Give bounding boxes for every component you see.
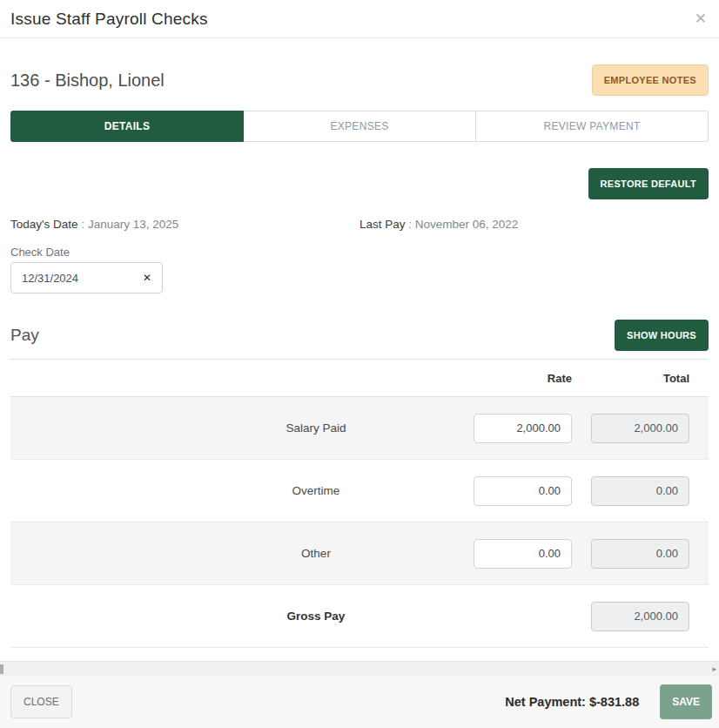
- scrollbar-thumb[interactable]: [0, 664, 3, 674]
- table-row-other: Other: [10, 522, 709, 585]
- modal-footer: CLOSE Net Payment: $-831.88 SAVE: [0, 676, 719, 728]
- check-date-input[interactable]: [22, 272, 136, 285]
- horizontal-scrollbar[interactable]: ▸: [0, 661, 719, 676]
- pay-rows: Salary Paid Overtime Other: [10, 396, 709, 648]
- modal-title: Issue Staff Payroll Checks: [10, 10, 208, 29]
- net-payment-text: Net Payment: $-831.88: [505, 695, 639, 709]
- tab-bar: DETAILS EXPENSES REVIEW PAYMENT: [10, 111, 709, 142]
- modal-body: 136 - Bishop, Lionel EMPLOYEE NOTES DETA…: [0, 64, 719, 648]
- other-total-input: [591, 539, 689, 569]
- row-label: Overtime: [10, 484, 474, 497]
- scrollbar-right-arrow-icon[interactable]: ▸: [712, 664, 719, 673]
- check-date-block: Check Date ✕: [10, 246, 709, 293]
- table-row-gross-pay: Gross Pay: [10, 585, 709, 648]
- last-pay-date: Last Pay : November 06, 2022: [360, 218, 709, 231]
- restore-default-button[interactable]: RESTORE DEFAULT: [588, 168, 709, 199]
- last-pay-value: November 06, 2022: [415, 218, 519, 231]
- last-pay-separator: :: [406, 218, 415, 231]
- gross-pay-total-input: [591, 602, 689, 631]
- show-hours-button[interactable]: SHOW HOURS: [615, 320, 709, 351]
- last-pay-label: Last Pay: [360, 218, 406, 231]
- todays-date-separator: :: [78, 218, 88, 231]
- todays-date-label: Today's Date: [10, 218, 78, 231]
- dates-row: Today's Date : January 13, 2025 Last Pay…: [10, 218, 709, 231]
- total-column-header: Total: [591, 372, 689, 385]
- close-icon[interactable]: ✕: [695, 11, 707, 26]
- employee-row: 136 - Bishop, Lionel EMPLOYEE NOTES: [10, 64, 709, 96]
- tab-expenses[interactable]: EXPENSES: [244, 111, 476, 142]
- todays-date-value: January 13, 2025: [88, 218, 178, 231]
- pay-section-header: Pay SHOW HOURS: [10, 320, 709, 351]
- row-label: Salary Paid: [10, 421, 474, 435]
- table-row-overtime: Overtime: [10, 460, 709, 522]
- gross-pay-label: Gross Pay: [10, 610, 474, 623]
- pay-table-header: Rate Total: [10, 359, 709, 396]
- rate-column-header: Rate: [474, 372, 572, 385]
- overtime-rate-input[interactable]: [474, 476, 572, 506]
- other-rate-input[interactable]: [474, 539, 572, 569]
- employee-notes-button[interactable]: EMPLOYEE NOTES: [592, 64, 709, 96]
- salary-paid-total-input: [591, 414, 689, 443]
- table-row-salary-paid: Salary Paid: [10, 397, 709, 460]
- pay-heading: Pay: [10, 326, 39, 345]
- clear-date-icon[interactable]: ✕: [136, 272, 151, 284]
- save-button[interactable]: SAVE: [660, 684, 712, 719]
- overtime-total-input: [591, 476, 689, 506]
- pay-table: Rate Total Salary Paid Overtime Oth: [10, 359, 709, 648]
- row-label: Other: [10, 547, 474, 560]
- todays-date: Today's Date : January 13, 2025: [10, 218, 360, 231]
- tab-details[interactable]: DETAILS: [10, 111, 244, 142]
- close-button[interactable]: CLOSE: [10, 685, 72, 718]
- restore-default-row: RESTORE DEFAULT: [10, 168, 709, 199]
- salary-paid-rate-input[interactable]: [474, 414, 572, 443]
- check-date-label: Check Date: [10, 246, 709, 259]
- tab-review-payment[interactable]: REVIEW PAYMENT: [476, 111, 709, 142]
- employee-name: 136 - Bishop, Lionel: [10, 71, 165, 91]
- check-date-field: ✕: [10, 262, 163, 293]
- modal-header: Issue Staff Payroll Checks ✕: [0, 0, 719, 38]
